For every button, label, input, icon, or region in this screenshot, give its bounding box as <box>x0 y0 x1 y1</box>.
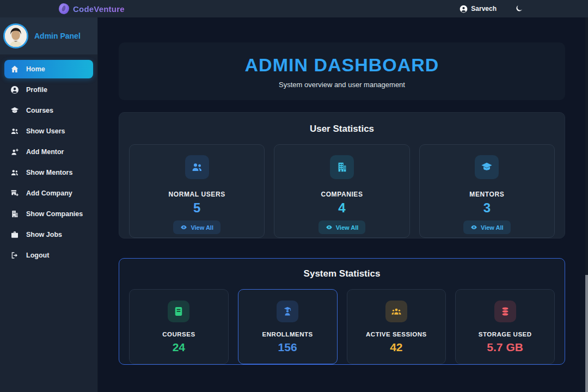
sidebar-item-show-mentors[interactable]: Show Mentors <box>4 163 93 182</box>
eye-icon <box>180 224 187 231</box>
sidebar-item-label: Add Company <box>26 189 72 197</box>
admin-dashboard-app: CodeVenture Sarvech <box>0 0 588 392</box>
stat-label: MENTORS <box>420 191 554 198</box>
eye-icon <box>470 224 477 231</box>
sidebar-item-label: Show Companies <box>26 210 83 218</box>
graduation-cap-icon <box>10 106 19 115</box>
scrollbar-track <box>585 17 588 392</box>
sidebar-menu: Home Profile Courses Show Users Add Ment… <box>0 54 97 265</box>
logout-icon <box>10 251 19 260</box>
stat-value: 4 <box>274 200 409 216</box>
system-statistics-section: System Statistics COURSES 24 ENROLLMENTS… <box>119 258 565 365</box>
stat-card-normal-users: NORMAL USERS 5 View All <box>129 144 265 238</box>
book-icon <box>168 301 189 322</box>
view-all-companies-button[interactable]: View All <box>318 220 366 234</box>
sidebar-item-add-company[interactable]: Add Company <box>4 184 93 203</box>
codeventure-logo-icon <box>59 3 69 14</box>
people-icon <box>10 168 19 177</box>
stat-card-enrollments: ENROLLMENTS 156 <box>238 289 338 364</box>
brand-name: CodeVenture <box>73 4 125 14</box>
graduation-cap-icon <box>475 155 499 179</box>
people-icon <box>185 155 209 179</box>
page-title: ADMIN DASHBOARD <box>245 54 439 76</box>
building-icon <box>330 155 354 179</box>
stat-label: STORAGE USED <box>456 331 554 338</box>
sidebar-item-label: Show Mentors <box>26 169 72 176</box>
stat-value: 5 <box>130 200 264 216</box>
person-circle-icon <box>460 5 468 13</box>
stat-label: ACTIVE SESSIONS <box>347 331 446 338</box>
sidebar-item-label: Add Mentor <box>26 148 64 156</box>
database-icon <box>494 301 516 322</box>
group-icon <box>385 301 407 322</box>
building-icon <box>10 210 19 218</box>
stat-card-mentors: MENTORS 3 View All <box>419 144 555 238</box>
stat-label: NORMAL USERS <box>130 191 264 198</box>
view-all-mentors-button[interactable]: View All <box>463 220 511 234</box>
stat-label: ENROLLMENTS <box>238 331 337 338</box>
sidebar-item-courses[interactable]: Courses <box>4 101 93 120</box>
sidebar-item-label: Logout <box>26 252 49 259</box>
user-statistics-section: User Statistics NORMAL USERS 5 View All <box>119 112 565 238</box>
admin-panel-label: Admin Panel <box>34 32 81 40</box>
sidebar-item-show-users[interactable]: Show Users <box>4 122 93 140</box>
storefront-plus-icon <box>10 189 19 198</box>
sidebar-item-home[interactable]: Home <box>4 60 93 78</box>
sidebar-item-label: Show Jobs <box>26 231 62 238</box>
navbar-username: Sarvech <box>471 5 497 13</box>
sidebar-item-show-jobs[interactable]: Show Jobs <box>4 225 93 244</box>
user-statistics-title: User Statistics <box>129 124 555 134</box>
stat-card-companies: COMPANIES 4 View All <box>274 144 409 238</box>
stat-card-storage-used: STORAGE USED 5.7 GB <box>455 289 555 364</box>
stat-value: 156 <box>238 341 337 354</box>
sidebar-item-logout[interactable]: Logout <box>4 246 93 265</box>
sidebar: Admin Panel Home Profile Courses Show Us… <box>0 17 98 392</box>
main-content: ADMIN DASHBOARD System overview and user… <box>98 17 588 392</box>
admin-panel-chip: Admin Panel <box>0 17 97 54</box>
stat-value: 24 <box>130 341 228 354</box>
sidebar-item-show-companies[interactable]: Show Companies <box>4 205 93 223</box>
person-icon <box>10 85 19 94</box>
page-subtitle: System overview and user management <box>279 81 405 89</box>
sidebar-item-label: Show Users <box>26 127 65 135</box>
stat-label: COMPANIES <box>274 191 409 198</box>
dark-mode-toggle[interactable] <box>515 4 524 13</box>
sidebar-item-label: Courses <box>26 107 53 114</box>
briefcase-icon <box>10 230 19 239</box>
student-icon <box>277 301 298 322</box>
view-all-users-button[interactable]: View All <box>173 220 220 234</box>
sidebar-item-profile[interactable]: Profile <box>4 81 93 99</box>
eye-icon <box>326 224 333 231</box>
person-plus-icon <box>10 148 19 156</box>
sidebar-item-label: Home <box>26 65 45 73</box>
home-icon <box>10 65 19 74</box>
stat-value: 3 <box>420 200 554 216</box>
stat-card-active-sessions: ACTIVE SESSIONS 42 <box>347 289 446 364</box>
stat-card-courses: COURSES 24 <box>129 289 229 364</box>
stat-label: COURSES <box>130 331 228 338</box>
scrollbar-thumb[interactable] <box>585 275 588 392</box>
admin-avatar[interactable] <box>3 23 28 48</box>
dashboard-header-card: ADMIN DASHBOARD System overview and user… <box>119 42 565 100</box>
stat-value: 42 <box>347 341 446 354</box>
sidebar-item-add-mentor[interactable]: Add Mentor <box>4 143 93 161</box>
stat-value: 5.7 GB <box>456 341 554 354</box>
system-statistics-title: System Statistics <box>129 268 555 279</box>
navbar-user-menu[interactable]: Sarvech <box>460 5 497 13</box>
sidebar-item-label: Profile <box>26 86 47 94</box>
brand[interactable]: CodeVenture <box>59 3 125 14</box>
top-navbar: CodeVenture Sarvech <box>0 0 588 17</box>
moon-icon <box>515 4 523 13</box>
people-icon <box>10 127 19 136</box>
